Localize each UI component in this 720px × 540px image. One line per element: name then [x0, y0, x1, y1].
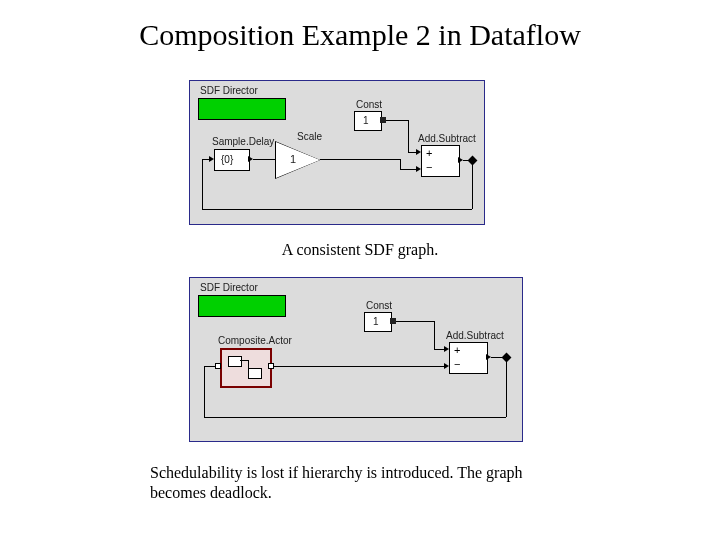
composite-inner-icon — [228, 356, 242, 367]
const-actor: 1 — [354, 111, 382, 131]
sampledelay-actor: {0} — [214, 149, 250, 171]
composite-actor — [220, 348, 272, 388]
addsub-minus: − — [426, 161, 432, 173]
wire — [253, 159, 276, 160]
addsub-label: Add.Subtract — [418, 133, 476, 144]
wire — [434, 349, 445, 350]
const-actor: 1 — [364, 312, 392, 332]
sampledelay-value: {0} — [221, 154, 233, 165]
wire — [202, 159, 210, 160]
composite-inner-wire — [240, 360, 248, 361]
wire — [202, 159, 203, 209]
composite-label: Composite.Actor — [218, 335, 292, 346]
wire — [408, 152, 417, 153]
addsub-plus: + — [454, 344, 460, 356]
addsub-label: Add.Subtract — [446, 330, 504, 341]
wire — [400, 159, 401, 169]
composite-inner-icon — [248, 368, 262, 379]
scale-actor — [276, 142, 320, 178]
slide: Composition Example 2 in Dataflow SDF Di… — [0, 0, 720, 540]
const-value: 1 — [373, 316, 379, 327]
addsub-actor: + − — [421, 145, 460, 177]
director-label: SDF Director — [200, 282, 258, 293]
slide-title: Composition Example 2 in Dataflow — [0, 18, 720, 52]
addsub-actor: + − — [449, 342, 488, 374]
wire — [204, 366, 216, 367]
wire — [408, 120, 409, 152]
sampledelay-label: Sample.Delay — [212, 136, 274, 147]
wire — [202, 209, 472, 210]
const-value: 1 — [363, 115, 369, 126]
sdf-director — [198, 295, 286, 317]
diagram-consistent-sdf: SDF Director Const 1 Sample.Delay {0} Sc… — [189, 80, 485, 225]
wire — [386, 120, 408, 121]
wire — [396, 321, 434, 322]
composite-inner-wire — [248, 360, 249, 372]
wire — [434, 321, 435, 349]
diagram-hierarchy-deadlock: SDF Director Const 1 Composite.Actor Add… — [189, 277, 523, 442]
const-label: Const — [356, 99, 382, 110]
addsub-plus: + — [426, 147, 432, 159]
sdf-director — [198, 98, 286, 120]
const-label: Const — [366, 300, 392, 311]
wire — [204, 366, 205, 417]
wire — [320, 159, 400, 160]
director-label: SDF Director — [200, 85, 258, 96]
wire — [400, 169, 417, 170]
caption-1: A consistent SDF graph. — [0, 241, 720, 259]
wire — [472, 160, 473, 209]
caption-2: Schedulability is lost if hierarchy is i… — [150, 463, 580, 503]
wire — [204, 417, 506, 418]
scale-value: 1 — [290, 153, 296, 165]
wire — [506, 357, 507, 417]
wire — [274, 366, 445, 367]
addsub-minus: − — [454, 358, 460, 370]
